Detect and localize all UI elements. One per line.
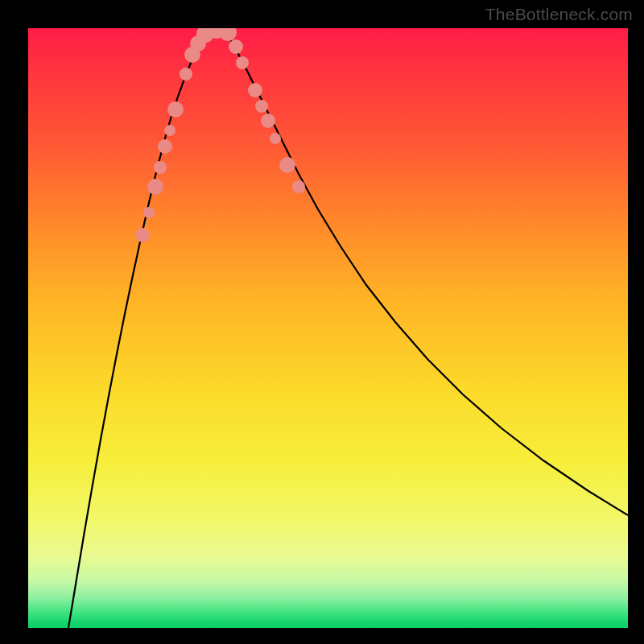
data-point xyxy=(147,179,163,195)
data-point xyxy=(279,157,295,173)
data-point xyxy=(167,101,184,118)
plot-area xyxy=(28,28,628,628)
data-point xyxy=(164,125,175,136)
data-point xyxy=(248,83,262,97)
data-point xyxy=(154,161,167,174)
data-point xyxy=(143,207,155,218)
data-point xyxy=(158,139,172,154)
scatter-dots xyxy=(28,28,628,628)
data-point xyxy=(270,133,281,144)
data-point xyxy=(261,114,275,128)
data-point xyxy=(180,68,192,80)
data-point xyxy=(229,39,243,54)
chart-frame: TheBottleneck.com xyxy=(0,0,644,644)
data-point xyxy=(292,180,305,193)
data-point xyxy=(135,228,150,242)
watermark-text: TheBottleneck.com xyxy=(485,5,633,24)
dots-group xyxy=(135,28,305,242)
data-point xyxy=(255,100,268,113)
data-point xyxy=(236,56,249,69)
data-point xyxy=(219,28,237,41)
